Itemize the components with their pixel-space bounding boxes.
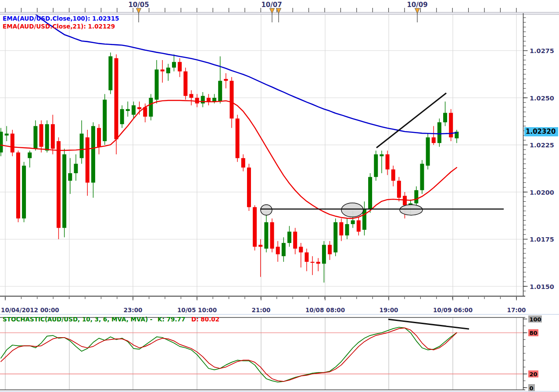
candle — [207, 98, 211, 102]
candle — [230, 81, 234, 118]
time-axis-label: 19:00 — [380, 306, 398, 314]
candle — [132, 105, 136, 115]
support-ellipse-annotation — [400, 205, 423, 215]
stochastic-axis-label: 80 — [530, 330, 538, 336]
candle — [74, 164, 78, 174]
top-axis-date-label: 10/09 — [407, 1, 427, 9]
candle — [28, 153, 32, 158]
candle — [414, 190, 418, 203]
support-ellipse-annotation — [341, 203, 363, 217]
candle — [22, 166, 26, 218]
stochastic-d-value: D: 80.02 — [191, 316, 219, 323]
candle — [391, 169, 395, 181]
candle — [178, 62, 182, 71]
current-price-tag: 1.02320 — [524, 127, 558, 136]
candle — [299, 247, 303, 253]
price-axis-label: 1.0150 — [530, 283, 554, 290]
ema100-legend-label: EMA(AUD/USD.Close,100): 1.02315 — [3, 14, 119, 22]
candle — [212, 98, 216, 102]
candle — [201, 96, 205, 103]
candle — [282, 243, 286, 256]
candle — [0, 132, 3, 152]
candle — [426, 137, 430, 166]
candle — [120, 109, 124, 124]
candle — [287, 232, 291, 243]
candle — [16, 153, 20, 219]
candle — [115, 58, 118, 139]
candle — [258, 245, 262, 246]
candle — [183, 71, 187, 96]
candle — [86, 137, 90, 182]
candle — [276, 247, 280, 254]
candle — [33, 126, 37, 149]
candle — [126, 109, 130, 111]
candle — [51, 124, 55, 149]
candle — [39, 124, 43, 147]
candle — [97, 128, 101, 147]
candle — [155, 70, 159, 100]
price-axis-label: 1.0225 — [530, 142, 554, 149]
candle — [443, 113, 447, 122]
candle — [108, 56, 112, 90]
candle — [103, 100, 107, 141]
time-axis-label: 10/05 10:00 — [177, 306, 217, 314]
candle — [264, 222, 268, 249]
candle — [224, 79, 228, 81]
candle — [374, 154, 378, 177]
candle — [218, 81, 222, 101]
candle — [368, 177, 372, 209]
time-axis-label: 10/09 06:00 — [433, 306, 473, 314]
candle — [432, 137, 436, 143]
candle — [5, 134, 9, 135]
candle — [241, 158, 245, 168]
trading-chart-window: 10/0510/0710/0910/04/2012 00:0023:0010/0… — [0, 0, 559, 392]
time-axis-label: 23:00 — [124, 306, 143, 314]
stochastic-legend-label: STOCHASTIC(AUD/USD, 10, 3, 6, MVA, MVA) … — [3, 316, 152, 323]
support-ellipse-annotation — [261, 205, 272, 215]
candle — [305, 253, 308, 262]
candle — [195, 98, 199, 103]
time-axis-label: 10/04/2012 00:00 — [1, 306, 59, 314]
ema21-legend-label: EMA(AUD/USD.Close,21): 1.02129 — [3, 22, 119, 30]
time-axis-label: 17:00 — [507, 306, 526, 314]
candle — [322, 245, 326, 264]
candle — [339, 222, 343, 235]
candle — [270, 222, 274, 249]
price-axis-label: 1.0175 — [530, 236, 554, 243]
candle — [437, 122, 441, 143]
time-axis-label: 10/08 08:00 — [305, 306, 345, 314]
stochastic-axis-label: 20 — [530, 371, 538, 378]
candle — [166, 68, 170, 73]
candle — [161, 70, 165, 71]
candle — [380, 154, 383, 156]
top-axis-date-label: 10/07 — [261, 1, 282, 9]
candle — [311, 262, 315, 263]
candle — [80, 134, 84, 158]
candle — [236, 118, 240, 158]
candle — [172, 62, 176, 68]
candle — [397, 181, 401, 198]
candle — [137, 107, 141, 109]
candle — [328, 245, 332, 254]
stochastic-axis-label: 0 — [530, 385, 534, 392]
candle — [333, 222, 337, 253]
candle — [357, 221, 361, 232]
candle — [316, 262, 320, 264]
candle — [253, 207, 257, 246]
candle — [45, 124, 49, 150]
candle — [91, 126, 95, 183]
candle — [420, 164, 424, 190]
ema-legend: EMA(AUD/USD.Close,100): 1.02315 EMA(AUD/… — [3, 14, 119, 30]
candle — [247, 167, 251, 207]
candle — [11, 134, 14, 153]
price-axis-label: 1.0275 — [530, 47, 554, 54]
chart-canvas[interactable]: 10/0510/0710/0910/04/2012 00:0023:0010/0… — [0, 0, 559, 392]
candle — [149, 98, 153, 117]
candle — [189, 94, 193, 98]
stochastic-legend: STOCHASTIC(AUD/USD, 10, 3, 6, MVA, MVA) … — [3, 316, 219, 323]
top-axis-date-label: 10/05 — [128, 1, 149, 9]
candle — [351, 221, 355, 225]
price-axis-label: 1.0250 — [530, 95, 554, 102]
candle — [293, 232, 297, 249]
candle — [57, 141, 61, 228]
